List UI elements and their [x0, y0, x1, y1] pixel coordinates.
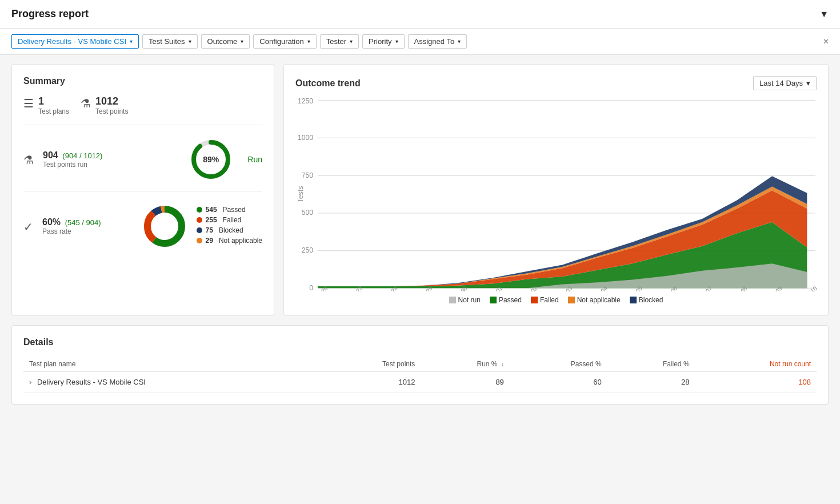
page-title: Progress report — [11, 8, 89, 20]
svg-text:Tests: Tests — [297, 186, 305, 202]
trend-title: Outcome trend — [295, 78, 361, 89]
col-test-points: Test points — [319, 357, 421, 372]
legend-not-applicable: 29 Not applicable — [197, 237, 262, 245]
legend-failed-trend: Failed — [531, 296, 559, 304]
trend-chart-area: 0 250 500 750 1000 1250 Tests — [295, 97, 817, 291]
trend-header: Outcome trend Last 14 Days ▾ — [295, 76, 817, 90]
chevron-down-icon: ▾ — [458, 38, 461, 45]
filter-bar: Delivery Results - VS Mobile CSI ▾ Test … — [0, 29, 840, 55]
test-plans-stat: ☰ 1 Test plans — [23, 95, 69, 115]
legend-not-run: Not run — [449, 296, 481, 304]
trend-chart-legend: Not run Passed Failed Not applicable Blo… — [295, 296, 817, 304]
row-test-plan-name: › Delivery Results - VS Mobile CSI — [23, 372, 319, 393]
summary-title: Summary — [23, 76, 262, 86]
test-points-run-count: 904 — [43, 150, 58, 160]
not-applicable-dot — [197, 238, 202, 243]
chevron-down-icon: ▾ — [395, 38, 398, 45]
top-row: Summary ☰ 1 Test plans ⚗ 1012 Test point… — [11, 64, 829, 316]
test-points-count: 1012 — [95, 95, 128, 107]
row-test-points: 1012 — [319, 372, 421, 393]
col-not-run-count: Not run count — [695, 357, 817, 372]
pass-rate-fraction: (545 / 904) — [65, 218, 101, 227]
col-run-pct: Run % ↓ — [421, 357, 509, 372]
svg-text:250: 250 — [302, 246, 314, 254]
passed-dot — [197, 207, 202, 213]
blocked-box — [630, 297, 637, 303]
row-passed-pct: 60 — [510, 372, 607, 393]
pass-rate-percent: 60% — [42, 217, 61, 227]
legend-failed: 255 Failed — [197, 216, 262, 224]
failed-dot — [197, 217, 202, 223]
not-applicable-box — [568, 297, 575, 303]
main-content: Summary ☰ 1 Test plans ⚗ 1012 Test point… — [0, 55, 840, 414]
row-run-pct: 89 — [421, 372, 509, 393]
pass-rate-donut-chart — [142, 203, 187, 249]
svg-text:1250: 1250 — [298, 97, 313, 105]
chevron-down-icon: ▾ — [307, 38, 310, 45]
test-points-run-label: Test points run — [43, 161, 179, 169]
run-label: Run — [247, 155, 262, 164]
svg-text:2021-11-26: 2021-11-26 — [304, 285, 329, 291]
test-points-run-fraction: (904 / 1012) — [62, 151, 102, 160]
test-plans-icon: ☰ — [23, 97, 34, 110]
filter-configuration[interactable]: Configuration ▾ — [253, 34, 316, 49]
passed-box — [490, 297, 497, 303]
col-passed-pct: Passed % — [510, 357, 607, 372]
svg-text:750: 750 — [302, 171, 314, 179]
test-points-icon: ⚗ — [81, 97, 91, 110]
details-panel: Details Test plan name Test points Run %… — [11, 325, 829, 405]
test-points-stat: ⚗ 1012 Test points — [81, 95, 128, 115]
legend-passed: 545 Passed — [197, 206, 262, 214]
filter-close-button[interactable]: × — [823, 37, 829, 47]
svg-text:1000: 1000 — [298, 134, 313, 142]
svg-text:0: 0 — [309, 284, 313, 291]
legend-blocked-trend: Blocked — [630, 296, 663, 304]
filter-assigned-to[interactable]: Assigned To ▾ — [408, 34, 467, 49]
not-run-box — [449, 297, 456, 303]
page-header: Progress report ▼ — [0, 0, 840, 29]
filter-outcome[interactable]: Outcome ▾ — [201, 34, 250, 49]
sort-icon: ↓ — [501, 361, 504, 367]
test-points-run-row: ⚗ 904 (904 / 1012) Test points run — [23, 137, 262, 192]
test-run-icon: ⚗ — [23, 153, 34, 167]
svg-text:500: 500 — [302, 209, 314, 217]
row-failed-pct: 28 — [607, 372, 695, 393]
pass-rate-icon: ✓ — [23, 220, 33, 234]
table-row: › Delivery Results - VS Mobile CSI 1012 … — [23, 372, 817, 393]
chevron-down-icon: ▾ — [350, 38, 353, 45]
expand-icon[interactable]: › — [29, 378, 31, 386]
pass-rate-legend: 545 Passed 255 Failed 75 Blocked — [197, 206, 262, 247]
chevron-down-icon: ▾ — [806, 79, 810, 87]
legend-blocked: 75 Blocked — [197, 226, 262, 234]
filter-priority[interactable]: Priority ▾ — [362, 34, 404, 49]
details-table: Test plan name Test points Run % ↓ Passe… — [23, 357, 817, 393]
filter-tester[interactable]: Tester ▾ — [320, 34, 359, 49]
run-percent-label: 89% — [203, 155, 219, 164]
chevron-down-icon: ▾ — [189, 38, 191, 45]
svg-point-6 — [152, 214, 177, 239]
trend-chart-svg: 0 250 500 750 1000 1250 Tests — [295, 97, 817, 291]
summary-panel: Summary ☰ 1 Test plans ⚗ 1012 Test point… — [11, 64, 274, 316]
row-not-run-count: 108 — [695, 372, 817, 393]
run-donut-chart: 89% — [188, 137, 234, 182]
filter-delivery-results[interactable]: Delivery Results - VS Mobile CSI ▾ — [11, 34, 139, 49]
days-selector[interactable]: Last 14 Days ▾ — [753, 76, 817, 90]
table-header-row: Test plan name Test points Run % ↓ Passe… — [23, 357, 817, 372]
filter-test-suites[interactable]: Test Suites ▾ — [142, 34, 198, 49]
chevron-down-icon: ▾ — [130, 38, 133, 45]
details-title: Details — [23, 337, 817, 347]
test-plans-label: Test plans — [38, 107, 69, 115]
test-plans-count: 1 — [38, 95, 69, 107]
failed-box — [531, 297, 538, 303]
legend-not-applicable-trend: Not applicable — [568, 296, 621, 304]
legend-passed-trend: Passed — [490, 296, 522, 304]
summary-stats-row: ☰ 1 Test plans ⚗ 1012 Test points — [23, 95, 262, 125]
chevron-down-icon: ▾ — [241, 38, 243, 45]
pass-rate-label: Pass rate — [42, 227, 133, 235]
col-test-plan-name: Test plan name — [23, 357, 319, 372]
trend-panel: Outcome trend Last 14 Days ▾ 0 250 500 7… — [283, 64, 829, 316]
col-failed-pct: Failed % — [607, 357, 695, 372]
pass-rate-row: ✓ 60% (545 / 904) Pass rate — [23, 203, 262, 249]
blocked-dot — [197, 227, 202, 233]
filter-icon[interactable]: ▼ — [819, 9, 829, 19]
